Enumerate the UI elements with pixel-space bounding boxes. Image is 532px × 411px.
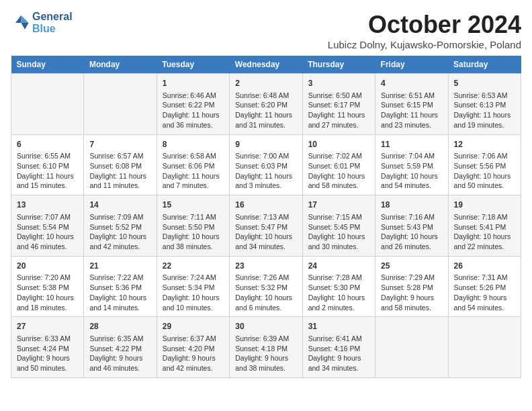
day-number: 10 [308, 139, 369, 150]
calendar-cell: 2Sunrise: 6:48 AM Sunset: 6:20 PM Daylig… [230, 74, 302, 135]
calendar-cell: 4Sunrise: 6:51 AM Sunset: 6:15 PM Daylig… [375, 74, 448, 135]
day-number: 22 [163, 261, 224, 272]
calendar-week-row: 6Sunrise: 6:55 AM Sunset: 6:10 PM Daylig… [11, 134, 521, 195]
day-header-wednesday: Wednesday [230, 56, 302, 74]
day-info: Sunrise: 7:09 AM Sunset: 5:52 PM Dayligh… [89, 212, 150, 252]
logo-icon [11, 13, 30, 32]
calendar-cell: 16Sunrise: 7:13 AM Sunset: 5:47 PM Dayli… [230, 195, 302, 257]
day-header-thursday: Thursday [302, 56, 375, 74]
calendar-cell: 20Sunrise: 7:20 AM Sunset: 5:38 PM Dayli… [11, 256, 84, 317]
day-number: 21 [89, 261, 150, 272]
day-number: 29 [163, 321, 224, 332]
day-header-friday: Friday [375, 56, 448, 74]
calendar-cell: 9Sunrise: 7:00 AM Sunset: 6:03 PM Daylig… [230, 134, 302, 195]
day-number: 13 [17, 199, 78, 211]
day-number: 20 [17, 261, 78, 272]
calendar-cell: 23Sunrise: 7:26 AM Sunset: 5:32 PM Dayli… [230, 256, 302, 317]
day-number: 17 [308, 199, 369, 211]
calendar-cell [375, 317, 448, 378]
day-number: 24 [308, 261, 369, 272]
day-info: Sunrise: 6:37 AM Sunset: 4:20 PM Dayligh… [163, 334, 224, 373]
calendar-cell: 5Sunrise: 6:53 AM Sunset: 6:13 PM Daylig… [448, 74, 521, 135]
calendar-cell: 10Sunrise: 7:02 AM Sunset: 6:01 PM Dayli… [302, 134, 375, 195]
calendar-cell: 19Sunrise: 7:18 AM Sunset: 5:41 PM Dayli… [448, 195, 521, 257]
day-number: 26 [454, 261, 515, 272]
calendar-cell: 27Sunrise: 6:33 AM Sunset: 4:24 PM Dayli… [11, 317, 84, 378]
day-info: Sunrise: 7:07 AM Sunset: 5:54 PM Dayligh… [17, 212, 78, 252]
calendar-cell: 25Sunrise: 7:29 AM Sunset: 5:28 PM Dayli… [375, 256, 448, 317]
day-info: Sunrise: 7:26 AM Sunset: 5:32 PM Dayligh… [235, 273, 296, 312]
calendar-cell: 29Sunrise: 6:37 AM Sunset: 4:20 PM Dayli… [157, 317, 229, 378]
calendar-cell: 3Sunrise: 6:50 AM Sunset: 6:17 PM Daylig… [302, 74, 375, 135]
day-number: 18 [381, 199, 442, 211]
day-info: Sunrise: 6:35 AM Sunset: 4:22 PM Dayligh… [89, 334, 150, 373]
day-info: Sunrise: 6:48 AM Sunset: 6:20 PM Dayligh… [235, 91, 296, 130]
day-number: 11 [381, 139, 442, 150]
day-info: Sunrise: 6:33 AM Sunset: 4:24 PM Dayligh… [17, 334, 78, 373]
day-info: Sunrise: 7:20 AM Sunset: 5:38 PM Dayligh… [17, 273, 78, 312]
day-number: 25 [381, 261, 442, 272]
day-info: Sunrise: 7:24 AM Sunset: 5:34 PM Dayligh… [163, 273, 224, 312]
day-number: 15 [163, 199, 224, 211]
calendar-header-row: SundayMondayTuesdayWednesdayThursdayFrid… [11, 56, 521, 74]
calendar-cell: 1Sunrise: 6:46 AM Sunset: 6:22 PM Daylig… [157, 74, 229, 135]
day-header-sunday: Sunday [11, 56, 84, 74]
day-info: Sunrise: 7:29 AM Sunset: 5:28 PM Dayligh… [381, 273, 442, 312]
calendar-cell: 8Sunrise: 6:58 AM Sunset: 6:06 PM Daylig… [157, 134, 229, 195]
day-number: 6 [17, 139, 78, 150]
day-info: Sunrise: 6:58 AM Sunset: 6:06 PM Dayligh… [163, 151, 224, 191]
day-info: Sunrise: 7:28 AM Sunset: 5:30 PM Dayligh… [308, 273, 369, 312]
calendar-cell [448, 317, 521, 378]
day-info: Sunrise: 7:11 AM Sunset: 5:50 PM Dayligh… [163, 212, 224, 252]
day-info: Sunrise: 6:50 AM Sunset: 6:17 PM Dayligh… [308, 91, 369, 130]
calendar-cell: 14Sunrise: 7:09 AM Sunset: 5:52 PM Dayli… [84, 195, 157, 257]
logo: General Blue [11, 11, 73, 34]
calendar-week-row: 27Sunrise: 6:33 AM Sunset: 4:24 PM Dayli… [11, 317, 521, 378]
day-number: 16 [235, 199, 296, 211]
calendar-cell: 11Sunrise: 7:04 AM Sunset: 5:59 PM Dayli… [375, 134, 448, 195]
calendar-table: SundayMondayTuesdayWednesdayThursdayFrid… [11, 56, 521, 378]
calendar-cell: 17Sunrise: 7:15 AM Sunset: 5:45 PM Dayli… [302, 195, 375, 257]
day-info: Sunrise: 7:18 AM Sunset: 5:41 PM Dayligh… [454, 212, 515, 252]
day-number: 9 [235, 139, 296, 150]
day-number: 31 [308, 321, 369, 332]
day-info: Sunrise: 6:41 AM Sunset: 4:16 PM Dayligh… [308, 334, 369, 373]
calendar-cell: 18Sunrise: 7:16 AM Sunset: 5:43 PM Dayli… [375, 195, 448, 257]
calendar-cell: 30Sunrise: 6:39 AM Sunset: 4:18 PM Dayli… [230, 317, 302, 378]
calendar-cell: 24Sunrise: 7:28 AM Sunset: 5:30 PM Dayli… [302, 256, 375, 317]
calendar-week-row: 1Sunrise: 6:46 AM Sunset: 6:22 PM Daylig… [11, 74, 521, 135]
day-info: Sunrise: 7:00 AM Sunset: 6:03 PM Dayligh… [235, 151, 296, 191]
calendar-cell: 26Sunrise: 7:31 AM Sunset: 5:26 PM Dayli… [448, 256, 521, 317]
day-header-monday: Monday [84, 56, 157, 74]
day-number: 28 [89, 321, 150, 332]
calendar-cell [11, 74, 84, 135]
day-info: Sunrise: 7:16 AM Sunset: 5:43 PM Dayligh… [381, 212, 442, 252]
calendar-cell: 7Sunrise: 6:57 AM Sunset: 6:08 PM Daylig… [84, 134, 157, 195]
calendar-cell: 21Sunrise: 7:22 AM Sunset: 5:36 PM Dayli… [84, 256, 157, 317]
day-info: Sunrise: 6:39 AM Sunset: 4:18 PM Dayligh… [235, 334, 296, 373]
day-info: Sunrise: 7:02 AM Sunset: 6:01 PM Dayligh… [308, 151, 369, 191]
month-title: October 2024 [328, 11, 521, 39]
day-info: Sunrise: 7:04 AM Sunset: 5:59 PM Dayligh… [381, 151, 442, 191]
day-header-tuesday: Tuesday [157, 56, 229, 74]
page-header: General Blue October 2024 Lubicz Dolny, … [11, 11, 521, 50]
calendar-cell: 31Sunrise: 6:41 AM Sunset: 4:16 PM Dayli… [302, 317, 375, 378]
day-number: 8 [163, 139, 224, 150]
day-number: 5 [454, 78, 515, 89]
day-number: 2 [235, 78, 296, 89]
calendar-cell: 15Sunrise: 7:11 AM Sunset: 5:50 PM Dayli… [157, 195, 229, 257]
day-number: 3 [308, 78, 369, 89]
day-info: Sunrise: 6:46 AM Sunset: 6:22 PM Dayligh… [163, 91, 224, 130]
calendar-cell [84, 74, 157, 135]
calendar-cell: 12Sunrise: 7:06 AM Sunset: 5:56 PM Dayli… [448, 134, 521, 195]
calendar-cell: 28Sunrise: 6:35 AM Sunset: 4:22 PM Dayli… [84, 317, 157, 378]
day-header-saturday: Saturday [448, 56, 521, 74]
day-number: 19 [454, 199, 515, 211]
day-info: Sunrise: 7:22 AM Sunset: 5:36 PM Dayligh… [89, 273, 150, 312]
day-number: 30 [235, 321, 296, 332]
day-number: 12 [454, 139, 515, 150]
day-number: 14 [89, 199, 150, 211]
day-number: 23 [235, 261, 296, 272]
title-block: October 2024 Lubicz Dolny, Kujawsko-Pomo… [328, 11, 521, 50]
day-info: Sunrise: 7:13 AM Sunset: 5:47 PM Dayligh… [235, 212, 296, 252]
